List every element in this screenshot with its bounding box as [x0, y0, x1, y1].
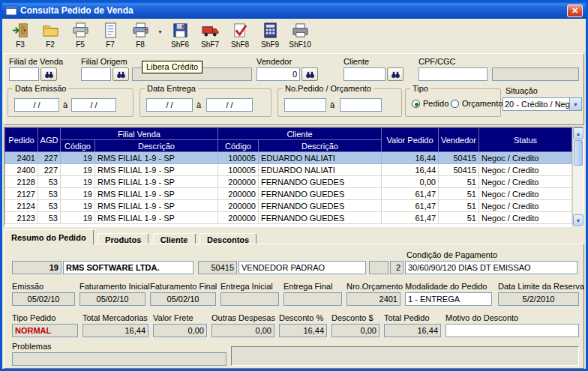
close-button[interactable]: ✕ — [567, 4, 583, 17]
grid-cell[interactable]: 51 — [439, 212, 479, 224]
grid-cell[interactable]: 2401 — [5, 152, 38, 164]
grid-cell[interactable]: RMS FILIAL 1-9 - SP — [95, 176, 218, 188]
grid-cell[interactable]: 2400 — [5, 164, 38, 176]
radio-orcamento[interactable]: Orçamento — [451, 99, 502, 108]
grid-cell[interactable]: 19 — [61, 152, 95, 164]
approve-button[interactable]: ShF8 — [225, 20, 255, 50]
grid-cell[interactable]: 61,47 — [382, 188, 439, 200]
grid-cell[interactable]: RMS FILIAL 1-9 - SP — [95, 212, 218, 224]
cliente-input[interactable] — [344, 67, 386, 81]
grid-cell[interactable]: 227 — [38, 164, 61, 176]
grid-cell[interactable]: 2127 — [5, 188, 38, 200]
pedido-de-input[interactable] — [284, 98, 326, 112]
grid-cell[interactable]: 50415 — [439, 152, 479, 164]
grid-cell[interactable]: 200000 — [218, 212, 259, 224]
data-emissao-de-input[interactable]: / / — [14, 98, 59, 112]
col-cliente[interactable]: Cliente — [218, 128, 382, 140]
grid-cell[interactable]: 200000 — [218, 188, 259, 200]
cpf-cgc-input[interactable] — [418, 67, 488, 81]
table-row[interactable]: 21235319RMS FILIAL 1-9 - SP200000FERNAND… — [5, 212, 572, 224]
grid-cell[interactable]: EDUARDO NALIATI — [259, 164, 382, 176]
vendedor-input[interactable]: 0 — [256, 67, 300, 81]
grid-cell[interactable]: RMS FILIAL 1-9 - SP — [95, 152, 218, 164]
grid-cell[interactable]: 19 — [61, 188, 95, 200]
filial-venda-search-button[interactable] — [40, 67, 57, 81]
table-row[interactable]: 240022719RMS FILIAL 1-9 - SP100005EDUARD… — [5, 164, 572, 176]
pedido-ate-input[interactable] — [340, 98, 382, 112]
data-entrega-ate-input[interactable]: / / — [206, 98, 253, 112]
calculator-button[interactable]: ShF9 — [255, 20, 285, 50]
grid-cell[interactable]: 53 — [38, 188, 61, 200]
grid-cell[interactable]: 16,44 — [382, 152, 439, 164]
grid-cell[interactable]: 16,44 — [382, 164, 439, 176]
grid-cell[interactable]: 51 — [439, 176, 479, 188]
grid-scrollbar[interactable]: ▲ ▼ — [572, 127, 584, 226]
table-row[interactable]: 21275319RMS FILIAL 1-9 - SP200000FERNAND… — [5, 188, 572, 200]
grid-cell[interactable]: 61,47 — [382, 200, 439, 212]
libera-credito-dropdown[interactable]: ▼ — [155, 20, 165, 50]
table-row[interactable]: 21245319RMS FILIAL 1-9 - SP200000FERNAND… — [5, 200, 572, 212]
grid-cell[interactable]: 2123 — [5, 212, 38, 224]
grid-cell[interactable]: 51 — [439, 188, 479, 200]
grid-cell[interactable]: Negoc / Credito — [479, 200, 572, 212]
grid-cell[interactable]: FERNANDO GUEDES — [259, 200, 382, 212]
scroll-thumb[interactable] — [574, 140, 583, 166]
report-button[interactable]: F7 — [95, 20, 125, 50]
grid-cell[interactable]: Negoc / Credito — [479, 212, 572, 224]
grid-cell[interactable]: 19 — [61, 176, 95, 188]
col-filial-codigo[interactable]: Código — [61, 140, 95, 152]
col-agd[interactable]: AGD — [38, 128, 61, 152]
grid-cell[interactable]: 200000 — [218, 200, 259, 212]
grid-cell[interactable]: 53 — [38, 212, 61, 224]
grid-cell[interactable]: FERNANDO GUEDES — [259, 188, 382, 200]
grid-cell[interactable]: 51 — [439, 200, 479, 212]
print-button[interactable]: F5 — [65, 20, 95, 50]
grid-cell[interactable]: Negoc / Credito — [479, 164, 572, 176]
tab-resumo-do-pedido[interactable]: Resumo do Pedido — [4, 229, 94, 245]
table-row[interactable]: 21285319RMS FILIAL 1-9 - SP200000FERNAND… — [5, 176, 572, 188]
grid-cell[interactable]: 53 — [38, 200, 61, 212]
col-pedido[interactable]: Pedido — [5, 128, 38, 152]
grid-cell[interactable]: FERNANDO GUEDES — [259, 176, 382, 188]
table-row[interactable]: 240122719RMS FILIAL 1-9 - SP100005EDUARD… — [5, 152, 572, 164]
grid-cell[interactable]: 2128 — [5, 176, 38, 188]
filial-origem-search-button[interactable] — [112, 67, 129, 81]
col-vendedor[interactable]: Vendedor — [439, 128, 479, 152]
grid-cell[interactable]: FERNANDO GUEDES — [259, 212, 382, 224]
situacao-dropdown[interactable]: 20 - Crédito / Negoc ▼ — [502, 97, 582, 111]
save-button[interactable]: ShF6 — [165, 20, 195, 50]
col-valor-pedido[interactable]: Valor Pedido — [382, 128, 439, 152]
grid-cell[interactable]: 53 — [38, 176, 61, 188]
scroll-down-icon[interactable]: ▼ — [573, 214, 584, 226]
grid-cell[interactable]: Negoc / Credito — [479, 188, 572, 200]
grid-cell[interactable]: 61,47 — [382, 212, 439, 224]
grid-cell[interactable]: RMS FILIAL 1-9 - SP — [95, 164, 218, 176]
grid-cell[interactable]: 50415 — [439, 164, 479, 176]
filial-venda-input[interactable] — [9, 67, 39, 81]
grid-cell[interactable]: 100005 — [218, 164, 259, 176]
filial-origem-input[interactable] — [81, 67, 111, 81]
grid-cell[interactable]: 200000 — [218, 176, 259, 188]
radio-pedido[interactable]: Pedido — [412, 99, 448, 108]
search-folder-button[interactable]: F2 — [35, 20, 65, 50]
libera-credito-button[interactable]: F8 — [125, 20, 155, 50]
col-filial-descricao[interactable]: Descrição — [95, 140, 218, 152]
col-filial-venda[interactable]: Filial Venda — [61, 128, 218, 140]
col-cliente-codigo[interactable]: Código — [218, 140, 259, 152]
grid-cell[interactable]: 19 — [61, 200, 95, 212]
col-status[interactable]: Status — [479, 128, 572, 152]
grid-cell[interactable]: 0,00 — [382, 176, 439, 188]
grid-cell[interactable]: 2124 — [5, 200, 38, 212]
exit-button[interactable]: F3 — [5, 20, 35, 50]
grid-cell[interactable]: RMS FILIAL 1-9 - SP — [95, 188, 218, 200]
data-entrega-de-input[interactable]: / / — [146, 98, 193, 112]
grid-cell[interactable]: RMS FILIAL 1-9 - SP — [95, 200, 218, 212]
vendedor-search-button[interactable] — [302, 67, 318, 81]
grid-cell[interactable]: Negoc / Credito — [479, 176, 572, 188]
col-cliente-descricao[interactable]: Descrição — [259, 140, 382, 152]
grid-cell[interactable]: 227 — [38, 152, 61, 164]
grid-cell[interactable]: 19 — [61, 164, 95, 176]
delivery-button[interactable]: ShF7 — [195, 20, 225, 50]
fax-print-button[interactable]: ShF10 — [285, 20, 315, 50]
grid-cell[interactable]: EDUARDO NALIATI — [259, 152, 382, 164]
